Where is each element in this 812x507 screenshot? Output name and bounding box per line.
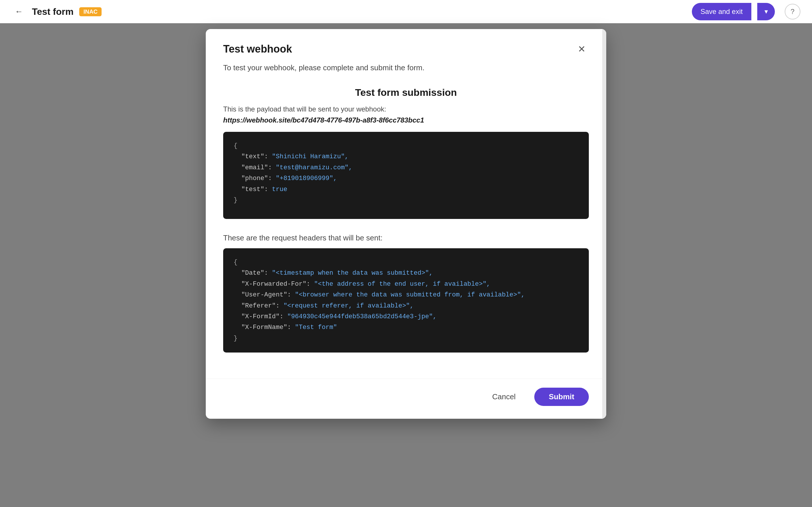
payload-line3-val: "+819018906999", [276,175,337,182]
save-exit-button[interactable]: Save and exit [692,3,751,20]
payload-line3-key: "phone": [241,175,272,182]
status-badge: INAC [79,7,102,16]
header-line4-key: "Referer": [241,302,279,309]
header-line6-val: "Test form" [295,324,337,331]
submit-button[interactable]: Submit [534,388,589,406]
modal-footer: Cancel Submit [206,379,606,419]
header-line2-val: "<the address of the end user, if availa… [314,281,490,288]
test-webhook-modal: Test webhook ✕ To test your webhook, ple… [206,29,606,419]
save-dropdown-button[interactable]: ▼ [757,3,775,20]
scroll-indicator [602,29,606,419]
app-header: ← Test form INAC Save and exit ▼ ? [0,0,812,23]
header-line2-key: "X-Forwarded-For": [241,281,310,288]
payload-line1-key: "text": [241,153,268,160]
back-button[interactable]: ← [12,4,26,19]
modal-subtitle: To test your webhook, please complete an… [223,63,589,72]
section-title: Test form submission [223,87,589,98]
headers-description: These are the request headers that will … [223,233,589,242]
header-line5-val: "964930c45e944fdeb538a65bd2d544e3-jpe", [287,313,437,320]
modal-title: Test webhook [223,43,292,55]
modal-header: Test webhook ✕ [206,29,606,63]
modal-body: To test your webhook, please complete an… [206,63,606,379]
payload-line4-val: true [272,186,287,193]
payload-description: This is the payload that will be sent to… [223,105,589,113]
modal-overlay: Test webhook ✕ To test your webhook, ple… [0,23,812,507]
header-line4-val: "<request referer, if available>", [284,302,414,309]
cancel-button[interactable]: Cancel [481,388,527,406]
headers-code-block: { "Date": "<timestamp when the data was … [223,248,589,352]
help-button[interactable]: ? [785,4,800,19]
header-line5-key: "X-FormId": [241,313,283,320]
payload-line2-val: "test@haramizu.com", [276,164,352,171]
header-line1-key: "Date": [241,270,268,277]
modal-close-button[interactable]: ✕ [574,42,589,56]
payload-line1-val: "Shinichi Haramizu", [272,153,349,160]
header-line6-key: "X-FormName": [241,324,291,331]
payload-code-block: { "text": "Shinichi Haramizu", "email": … [223,132,589,219]
header-line3-val: "<browser where the data was submitted f… [295,291,525,298]
payload-line4-key: "test": [241,186,268,193]
header-line1-val: "<timestamp when the data was submitted>… [272,270,433,277]
page-title: Test form [32,6,73,17]
header-line3-key: "User-Agent": [241,291,291,298]
webhook-url: https://webhook.site/bc47d478-4776-497b-… [223,116,589,124]
payload-line2-key: "email": [241,164,272,171]
